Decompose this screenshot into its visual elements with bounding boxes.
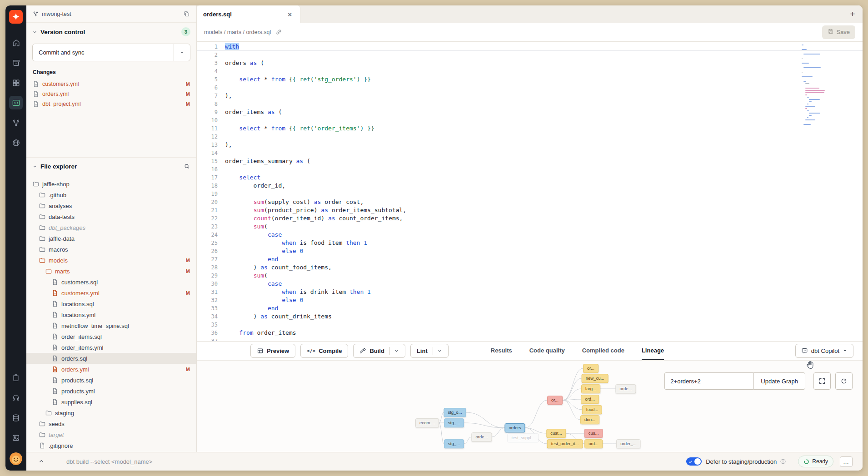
lineage-node-test_order_it[interactable]: test_order_it... [547, 439, 583, 448]
code-line[interactable]: 8 [197, 100, 863, 108]
tree-item-order_items.yml[interactable]: order_items.yml [26, 342, 196, 353]
lineage-node-food[interactable]: food... [582, 405, 602, 414]
git-fork-icon[interactable] [9, 116, 23, 129]
new-tab-button[interactable]: + [843, 5, 863, 23]
lineage-node-or[interactable]: or... [583, 364, 599, 373]
globe-icon[interactable] [9, 136, 23, 149]
code-line[interactable]: 32 else 0 [197, 296, 863, 304]
tab-lineage[interactable]: Lineage [642, 342, 664, 360]
apps-grid-icon[interactable] [9, 76, 23, 89]
user-avatar[interactable] [10, 452, 22, 465]
code-line[interactable]: 24 case [197, 231, 863, 239]
lineage-node-ord[interactable]: ord... [581, 395, 599, 404]
lineage-node-new_cu[interactable]: new_cu... [582, 374, 609, 383]
lineage-node-larg[interactable]: larg... [581, 384, 600, 393]
lineage-node-stg_[interactable]: stg_... [444, 418, 464, 427]
code-line[interactable]: 26 else 0 [197, 247, 863, 255]
tree-item-target[interactable]: target [26, 429, 196, 440]
tree-item-seeds[interactable]: seeds [26, 418, 196, 429]
code-line[interactable]: 19 [197, 190, 863, 198]
code-line[interactable]: 37 [197, 337, 863, 341]
command-input[interactable]: dbt build --select <model_name> [66, 458, 152, 465]
tree-item-analyses[interactable]: analyses [26, 200, 196, 211]
link-icon[interactable] [275, 29, 282, 35]
code-line[interactable]: 30 case [197, 280, 863, 288]
code-line[interactable]: 11 select * from {{ ref('order_items') }… [197, 124, 863, 133]
code-line[interactable]: 2 [197, 51, 863, 59]
lint-options-chevron-icon[interactable] [437, 348, 442, 353]
code-line[interactable]: 17 select [197, 174, 863, 182]
tree-item-orders.yml[interactable]: orders.ymlM [26, 364, 196, 375]
lineage-node-ord[interactable]: ord... [584, 439, 603, 448]
commit-and-sync-button[interactable]: Commit and sync [32, 44, 190, 61]
tree-item-marts[interactable]: martsM [26, 266, 196, 277]
info-icon[interactable] [780, 458, 786, 465]
tree-item-locations.sql[interactable]: locations.sql [26, 298, 196, 309]
code-line[interactable]: 6 [197, 84, 863, 92]
tree-item-supplies.sql[interactable]: supplies.sql [26, 397, 196, 407]
lineage-node-order_[interactable]: order_... [616, 439, 640, 448]
code-line[interactable]: 36 from order_items [197, 329, 863, 337]
code-line[interactable]: 16 [197, 165, 863, 174]
lineage-node-cus[interactable]: cus... [584, 429, 603, 438]
lineage-node-orders[interactable]: orders [505, 423, 525, 432]
code-line[interactable]: 34 ) as count_drink_items [197, 312, 863, 321]
code-line[interactable]: 18 order_id, [197, 182, 863, 190]
clipboard-icon[interactable] [9, 371, 23, 385]
code-line[interactable]: 9order_items as ( [197, 108, 863, 116]
code-line[interactable]: 25 when is_food_item then 1 [197, 239, 863, 247]
file-explorer-header[interactable]: File explorer [26, 158, 196, 175]
tree-item-jaffle-shop[interactable]: jaffle-shop [26, 178, 196, 189]
defer-toggle[interactable] [686, 457, 702, 466]
build-options-chevron-icon[interactable] [394, 348, 399, 353]
code-line[interactable]: 10 [197, 116, 863, 124]
lineage-node-cust[interactable]: cust... [546, 429, 566, 438]
code-line[interactable]: 35 [197, 321, 863, 329]
refresh-icon[interactable] [835, 372, 853, 390]
tree-item-jaffle-data[interactable]: jaffle-data [26, 233, 196, 244]
code-line[interactable]: 33 end [197, 304, 863, 312]
commit-options-chevron-icon[interactable] [174, 44, 190, 61]
code-line[interactable]: 12 [197, 133, 863, 141]
code-editor[interactable]: 1with23orders as (45 select * from {{ re… [197, 42, 863, 341]
fullscreen-icon[interactable] [813, 372, 831, 390]
update-graph-button[interactable]: Update Graph [753, 372, 805, 390]
image-icon[interactable] [9, 431, 23, 445]
tree-item-data-tests[interactable]: data-tests [26, 211, 196, 222]
tab-results[interactable]: Results [491, 342, 512, 360]
minimap[interactable] [802, 45, 839, 129]
headset-icon[interactable] [9, 391, 23, 405]
code-line[interactable]: 27 end [197, 255, 863, 263]
tree-item-staging[interactable]: staging [26, 407, 196, 418]
tree-item-order_items.sql[interactable]: order_items.sql [26, 331, 196, 342]
lineage-node-test_suppl[interactable]: test_suppl... [507, 433, 539, 442]
tree-item-dbt_packages[interactable]: dbt_packages [26, 222, 196, 233]
database-icon[interactable] [9, 411, 23, 425]
tree-item-customers.sql[interactable]: customers.sql [26, 277, 196, 288]
lineage-node-stg_o[interactable]: stg_o... [444, 408, 466, 417]
code-line[interactable]: 21 sum(product_price) as order_items_sub… [197, 206, 863, 214]
archive-icon[interactable] [9, 56, 23, 69]
code-line[interactable]: 7), [197, 92, 863, 100]
copy-icon[interactable] [183, 10, 190, 17]
tree-item-models[interactable]: modelsM [26, 255, 196, 266]
expand-command-bar-chevron-icon[interactable] [37, 457, 45, 466]
lineage-node-or[interactable]: or... [547, 396, 563, 405]
tree-item-products.yml[interactable]: products.yml [26, 386, 196, 397]
tree-item-.github[interactable]: .github [26, 189, 196, 200]
lineage-node-orde[interactable]: orde... [472, 432, 492, 441]
tab-orders-sql[interactable]: orders.sql × [197, 5, 300, 23]
code-line[interactable]: 5 select * from {{ ref('stg_orders') }} [197, 75, 863, 84]
code-line[interactable]: 15order_items_summary as ( [197, 157, 863, 165]
tree-item-products.sql[interactable]: products.sql [26, 375, 196, 386]
tree-item-macros[interactable]: macros [26, 244, 196, 255]
save-button[interactable]: Save [822, 25, 855, 39]
tree-item-orders.sql[interactable]: orders.sql [26, 353, 196, 364]
code-line[interactable]: 22 count(order_item_id) as count_order_i… [197, 214, 863, 223]
version-control-header[interactable]: Version control 3 [26, 24, 196, 40]
code-line[interactable]: 28 ) as count_food_items, [197, 263, 863, 272]
code-line[interactable]: 13), [197, 141, 863, 149]
dbt-logo-icon[interactable] [9, 10, 23, 24]
overflow-menu-button[interactable]: … [840, 456, 853, 467]
lineage-node-orde[interactable]: orde... [616, 384, 636, 393]
